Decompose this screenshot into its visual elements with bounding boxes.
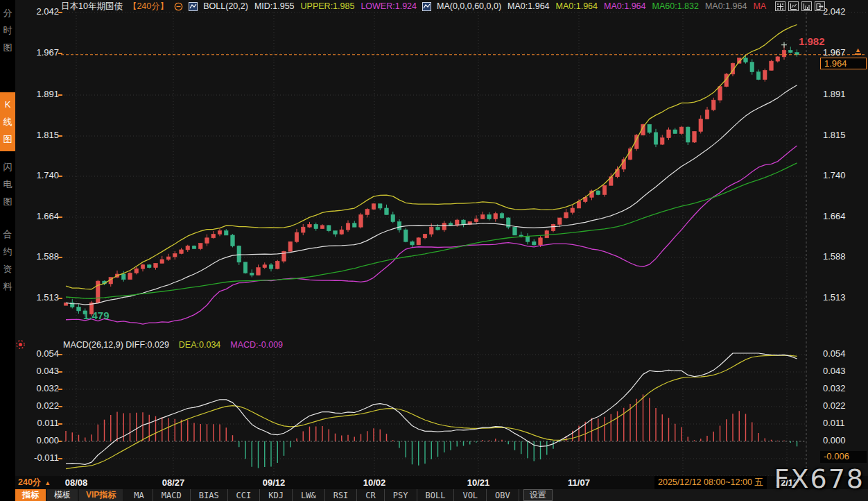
period-badge[interactable]: 240分▲ — [18, 476, 51, 490]
price-tick-left: 1.664 — [15, 211, 59, 221]
toolbar-tab-BIAS[interactable]: BIAS — [191, 489, 228, 501]
current-price-tag: 1.964 — [820, 58, 867, 69]
session-time-label: 2025/12/12 08:00~12:00 五 — [654, 476, 767, 489]
macd-legend-item-1: MACD(26,12,9) DIFF:0.029 — [63, 340, 169, 350]
macd-tick-left: -0.011 — [15, 452, 59, 463]
axis-bar-chart-icon[interactable] — [801, 1, 812, 11]
price-tick-right: 2.042 — [823, 6, 846, 17]
macd-legend-item-3: MACD:-0.009 — [230, 340, 283, 350]
toolbar-tab-MA[interactable]: MA — [125, 489, 153, 501]
price-scale-arrow-icon[interactable]: ▲ — [855, 47, 861, 55]
price-tick-left: 1.513 — [15, 292, 59, 303]
boll-legend: BOLL(20,2)MID:1.955UPPER:1.985LOWER:1.92… — [203, 1, 417, 11]
toolbar-tab-指标[interactable]: 指标 — [15, 489, 46, 501]
price-tick-right: 1.513 — [823, 292, 846, 303]
toolbar-tab-LW&[interactable]: LW& — [293, 489, 325, 501]
time-axis-row: 240分▲ 2025/12/12 08:00~12:00 五 08/0808/2… — [0, 476, 868, 489]
toolbar-tab-PSY[interactable]: PSY — [385, 489, 417, 501]
toolbar-tab-KDJ[interactable]: KDJ — [260, 489, 293, 501]
price-tick-left: 1.967 — [15, 47, 59, 58]
recent-high-label: 1.982 — [799, 35, 825, 47]
toolbar-tab-设置[interactable]: 设置 — [523, 489, 553, 501]
recent-low-label: 1.479 — [83, 309, 110, 321]
macd-tick-right: 0.011 — [823, 418, 845, 428]
instrument-title: 日本10年期国债 — [61, 1, 123, 12]
boll-legend-item-1: BOLL(20,2) — [203, 1, 248, 11]
ma-legend-item-3: MA0:1.964 — [556, 1, 598, 11]
macd-tick-right: 0.043 — [823, 366, 846, 376]
live-indicator-icon — [15, 339, 26, 353]
sidebar-item-4[interactable]: 合约资料 — [0, 226, 15, 295]
date-label-08/27: 08/27 — [154, 476, 193, 489]
ma-legend-item-1: MA(0,0,0,60,0,0) — [437, 1, 501, 11]
date-label-10/21: 10/21 — [459, 476, 498, 489]
price-tick-left: 1.815 — [15, 130, 59, 140]
sidebar-item-3[interactable]: 闪电图 — [0, 158, 15, 210]
toolbar-tab-CR[interactable]: CR — [357, 489, 384, 501]
price-tick-right: 1.815 — [823, 130, 846, 140]
macd-tick-right: 0.054 — [823, 348, 846, 359]
chart-window-controls — [775, 1, 825, 11]
period-expand-icon: ▲ — [44, 479, 51, 486]
macd-tick-left: 0.000 — [15, 435, 59, 445]
indicator-toolbar: 指标模板VIP指标MAMACDBIASCCIKDJLW&RSICRPSYBOLL… — [15, 489, 868, 501]
trading-app-window: 分时图K线图闪电图合约资料 日本10年期国债 【240分】 BOLL(20,2)… — [0, 0, 868, 501]
macd-tick-right: 0.000 — [823, 435, 846, 445]
candlestick-chart-canvas[interactable] — [0, 0, 868, 501]
macd-tick-left: 0.011 — [15, 418, 59, 428]
price-tick-right: 1.588 — [823, 251, 846, 262]
sidebar-item-1[interactable]: 分时图 — [0, 4, 15, 56]
macd-legend: MACD(26,12,9) DIFF:0.029DEA:0.034MACD:-0… — [63, 340, 283, 350]
ma-legend-item-7: MA — [753, 1, 766, 11]
price-tick-right: 1.967 — [823, 47, 846, 58]
boll-legend-item-3: UPPER:1.985 — [301, 1, 355, 11]
circled-minus-icon[interactable] — [174, 2, 183, 11]
boll-mini-chart-icon[interactable] — [189, 2, 198, 11]
toolbar-tab-OBV[interactable]: OBV — [487, 489, 519, 501]
ma-legend: MA(0,0,0,60,0,0)MA0:1.964MA0:1.964MA0:1.… — [437, 1, 766, 11]
current-macd-tag: -0.006 — [820, 451, 867, 463]
toolbar-tab-MACD[interactable]: MACD — [153, 489, 191, 501]
axis-line-chart-icon[interactable] — [788, 1, 799, 11]
macd-tick-right: 0.032 — [823, 383, 846, 393]
boll-legend-item-2: MID:1.955 — [254, 1, 295, 11]
date-label-08/08: 08/08 — [57, 476, 96, 489]
date-label-10/02: 10/02 — [355, 476, 394, 489]
price-tick-right: 1.740 — [823, 170, 846, 180]
ma-legend-item-5: MA60:1.832 — [652, 1, 699, 11]
price-tick-left: 1.740 — [15, 170, 59, 180]
price-tick-left: 1.588 — [15, 251, 59, 262]
price-tick-right: 1.664 — [823, 211, 846, 221]
toolbar-tab-RSI[interactable]: RSI — [325, 489, 358, 501]
exit-chart-icon[interactable] — [815, 1, 825, 11]
macd-tick-right: 0.022 — [823, 400, 846, 411]
sidebar-item-2[interactable]: K线图 — [0, 92, 15, 151]
period-label: 【240分】 — [128, 1, 168, 12]
price-tick-left: 2.042 — [15, 6, 59, 17]
toolbar-tab-BOLL[interactable]: BOLL — [417, 489, 455, 501]
price-tick-left: 1.891 — [15, 89, 59, 99]
watermark: FX678 — [774, 464, 865, 494]
price-tick-right: 1.891 — [823, 89, 846, 99]
toolbar-tab-VIP指标[interactable]: VIP指标 — [79, 489, 123, 501]
date-label-11/07: 11/07 — [559, 476, 598, 489]
ma-mini-chart-icon[interactable] — [422, 2, 431, 11]
ma-legend-item-6: MA0:1.964 — [705, 1, 747, 11]
toolbar-tab-VOL[interactable]: VOL — [454, 489, 487, 501]
left-sidebar: 分时图K线图闪电图合约资料 — [0, 0, 15, 501]
macd-tick-left: 0.022 — [15, 400, 59, 411]
toolbar-tab-CCI[interactable]: CCI — [228, 489, 261, 501]
chart-header: 日本10年期国债 【240分】 BOLL(20,2)MID:1.955UPPER… — [61, 1, 766, 12]
ma-legend-item-2: MA0:1.964 — [507, 1, 549, 11]
date-label-09/12: 09/12 — [254, 476, 293, 489]
ma-legend-item-4: MA0:1.964 — [604, 1, 645, 11]
macd-tick-left: 0.043 — [15, 366, 59, 376]
move-icon[interactable] — [775, 1, 785, 11]
macd-legend-item-2: DEA:0.034 — [179, 340, 220, 350]
toolbar-tab-模板[interactable]: 模板 — [47, 489, 78, 501]
boll-legend-item-4: LOWER:1.924 — [361, 1, 417, 11]
macd-tick-left: 0.032 — [15, 383, 59, 393]
